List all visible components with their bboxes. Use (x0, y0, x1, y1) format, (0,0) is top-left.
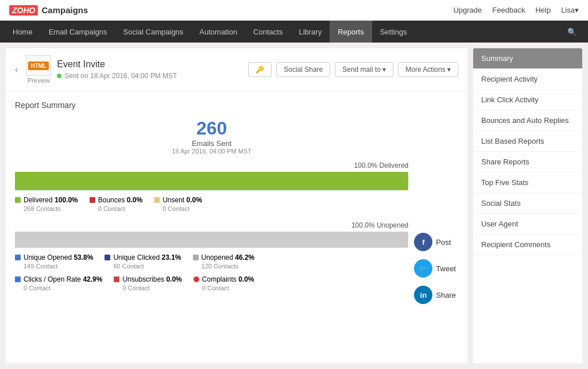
facebook-label: Post (436, 238, 451, 247)
delivered-progress-fill (15, 172, 408, 190)
sidebar-item-share-reports[interactable]: Share Reports (473, 152, 582, 172)
twitter-label: Tweet (436, 264, 456, 273)
preview-label[interactable]: Preview (28, 77, 50, 84)
report-body: Report Summary 260 Emails Sent 18 Apr 20… (6, 91, 467, 313)
delivered-label: Delivered 100.0% (24, 196, 78, 204)
campaign-left: ‹ HTML Preview Event Invite Sent on 18 A… (15, 55, 177, 84)
html-badge: HTML (28, 62, 49, 70)
unopened-count: 120 Contacts (193, 263, 255, 270)
unopened-progress-bar (15, 232, 408, 248)
sidebar-item-bounces-auto-replies[interactable]: Bounces and Auto Replies (473, 110, 582, 131)
nav-contacts[interactable]: Contacts (245, 21, 291, 43)
delivered-progress-bar (15, 172, 408, 190)
bounces-dot (90, 197, 95, 203)
nav-bar: Home Email Campaigns Social Campaigns Au… (0, 21, 588, 43)
unique-opened-dot (15, 255, 21, 260)
feedback-link[interactable]: Feedback (492, 6, 525, 14)
stat-clicks-open-rate: Clicks / Open Rate 42.9% 0 Contact (15, 275, 102, 291)
zoho-logo: ZOHO (9, 5, 38, 16)
complaints-dot (194, 276, 199, 282)
clicks-open-count: 0 Contact (15, 285, 102, 291)
linkedin-share-button[interactable]: in Share (414, 286, 456, 304)
facebook-post-button[interactable]: f Post (414, 233, 456, 251)
help-link[interactable]: Help (535, 6, 551, 14)
campaign-header: ‹ HTML Preview Event Invite Sent on 18 A… (6, 48, 467, 91)
campaign-actions: 🔑 Social Share Send mail to ▾ More Actio… (248, 62, 458, 77)
sidebar-item-social-stats[interactable]: Social Stats (473, 193, 582, 214)
stat-unopened: Unopened 46.2% 120 Contacts (193, 253, 255, 270)
sidebar-item-summary[interactable]: Summary (473, 48, 582, 69)
upgrade-link[interactable]: Upgrade (453, 6, 482, 14)
bounces-label: Bounces 0.0% (98, 196, 142, 204)
nav-social-campaigns[interactable]: Social Campaigns (115, 21, 192, 43)
stat-delivered: Delivered 100.0% 268 Contacts (15, 196, 78, 212)
campaign-info: Event Invite Sent on 18 Apr 2016, 04:00 … (57, 59, 177, 80)
key-icon: 🔑 (256, 66, 264, 74)
campaign-title: Event Invite (57, 59, 177, 70)
more-actions-button[interactable]: More Actions ▾ (398, 62, 458, 77)
send-mail-button[interactable]: Send mail to ▾ (335, 62, 393, 77)
linkedin-label: Share (436, 291, 456, 299)
clicks-open-dot (15, 276, 21, 282)
unique-clicked-dot (105, 255, 110, 260)
complaints-label: Complaints 0.0% (202, 275, 254, 283)
social-share-button[interactable]: Social Share (276, 62, 330, 77)
logo: ZOHO Campaigns (9, 5, 88, 16)
main-area: ‹ HTML Preview Event Invite Sent on 18 A… (0, 43, 588, 369)
nav-settings[interactable]: Settings (372, 21, 415, 43)
campaigns-logo: Campaigns (41, 5, 88, 15)
sidebar-item-link-click-activity[interactable]: Link Click Activity (473, 90, 582, 110)
stat-unique-opened: Unique Opened 53.8% 149 Contact (15, 253, 93, 270)
bounces-count: 0 Contact (90, 205, 142, 212)
right-sidebar: Summary Recipient Activity Link Click Ac… (473, 48, 582, 363)
stat-bounces: Bounces 0.0% 0 Contact (90, 196, 142, 212)
sidebar-item-top-five-stats[interactable]: Top Five Stats (473, 172, 582, 193)
complaints-count: 0 Contact (194, 285, 254, 291)
top-bar: ZOHO Campaigns Upgrade Feedback Help Lis… (0, 0, 588, 21)
unsent-label: Unsent 0.0% (163, 196, 202, 204)
unsent-count: 0 Contact (154, 205, 202, 212)
sidebar-item-user-agent[interactable]: User Agent (473, 214, 582, 235)
twitter-tweet-button[interactable]: 🐦 Tweet (414, 259, 456, 278)
facebook-icon: f (414, 233, 432, 251)
nav-library[interactable]: Library (291, 21, 330, 43)
stat-unique-clicked: Unique Clicked 23.1% 60 Contact (105, 253, 181, 270)
sent-date-text: Sent on 18 Apr 2016, 04:00 PM MST (64, 72, 177, 80)
user-menu[interactable]: Lisa▾ (561, 6, 579, 14)
campaign-icon-area: HTML Preview (26, 55, 51, 84)
unopened-label: Unopened 46.2% (202, 253, 255, 262)
linkedin-icon: in (414, 286, 432, 304)
campaign-sent-text: Sent on 18 Apr 2016, 04:00 PM MST (57, 72, 177, 80)
emails-label: Emails Sent (15, 139, 408, 148)
twitter-icon: 🐦 (414, 259, 432, 278)
sent-status-dot (57, 74, 61, 78)
stat-unsubscribes: Unsubscribes 0.0% 0 Contact (114, 275, 181, 291)
nav-automation[interactable]: Automation (191, 21, 245, 43)
unique-opened-count: 149 Contact (15, 263, 93, 270)
unique-clicked-label: Unique Clicked 23.1% (113, 253, 181, 262)
unsubscribes-label: Unsubscribes 0.0% (122, 275, 181, 283)
report-summary-title: Report Summary (15, 101, 458, 110)
sidebar-item-recipient-comments[interactable]: Recipient Comments (473, 235, 582, 255)
unopened-progress-fill (15, 232, 408, 248)
stats-row2: Unique Opened 53.8% 149 Contact Unique C… (15, 253, 408, 270)
nav-reports[interactable]: Reports (330, 21, 372, 43)
nav-home[interactable]: Home (5, 21, 41, 43)
content-area: ‹ HTML Preview Event Invite Sent on 18 A… (6, 48, 467, 363)
stats-row3: Clicks / Open Rate 42.9% 0 Contact Unsub… (15, 275, 408, 291)
delivered-pct-label: 100.0% Delivered (15, 162, 408, 170)
stats-row1: Delivered 100.0% 268 Contacts Bounces 0.… (15, 196, 408, 212)
sidebar-item-list-based-reports[interactable]: List Based Reports (473, 131, 582, 152)
unique-opened-label: Unique Opened 53.8% (24, 253, 93, 262)
campaign-icon-box: HTML (26, 55, 51, 76)
nav-search-icon[interactable]: 🔍 (560, 28, 583, 36)
stat-unsent: Unsent 0.0% 0 Contact (154, 196, 202, 212)
emails-count: 260 (15, 118, 408, 139)
key-button[interactable]: 🔑 (248, 62, 272, 77)
nav-email-campaigns[interactable]: Email Campaigns (41, 21, 115, 43)
back-button[interactable]: ‹ (15, 64, 18, 75)
sidebar-item-recipient-activity[interactable]: Recipient Activity (473, 69, 582, 90)
top-links: Upgrade Feedback Help Lisa▾ (453, 6, 579, 14)
unopened-pct-label: 100.0% Unopened (15, 221, 408, 229)
unsubscribes-dot (114, 276, 119, 282)
